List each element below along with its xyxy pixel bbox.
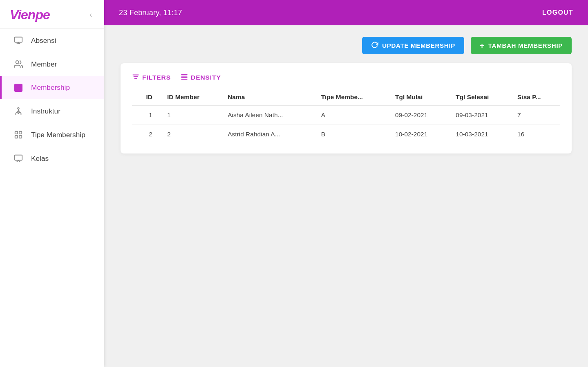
density-label: DENSITY — [191, 74, 221, 81]
col-nama: Nama — [223, 89, 316, 105]
filter-icon — [132, 73, 139, 82]
filters-label: FILTERS — [142, 74, 171, 81]
cell-sisa: 7 — [512, 105, 560, 125]
table-row[interactable]: 2 2 Astrid Rahdian A... B 10-02-2021 10-… — [132, 125, 560, 144]
cell-tipe: B — [316, 125, 390, 144]
sidebar-item-label-absensi: Absensi — [31, 36, 56, 45]
cell-id: 1 — [132, 105, 162, 125]
cell-id-member: 1 — [162, 105, 223, 125]
table-card: FILTERS DENSITY — [121, 63, 572, 153]
cell-tgl-selesai: 10-03-2021 — [451, 125, 512, 144]
svg-rect-5 — [15, 131, 18, 134]
sidebar-item-instruktur[interactable]: Instruktur — [0, 99, 104, 123]
svg-point-2 — [16, 61, 19, 64]
sidebar-item-label-instruktur: Instruktur — [31, 107, 60, 116]
svg-rect-7 — [15, 136, 18, 138]
sidebar-item-label-membership: Membership — [31, 83, 70, 92]
header: 23 February, 11:17 LOGOUT — [104, 0, 588, 25]
app-logo: Vienpe — [10, 7, 50, 22]
col-id-member: ID Member — [162, 89, 223, 105]
sidebar-item-label-tipe-membership: Tipe Membership — [31, 131, 85, 139]
tag-icon — [13, 130, 24, 139]
membership-icon — [13, 84, 24, 92]
col-sisa: Sisa P... — [512, 89, 560, 105]
tambah-membership-label: TAMBAH MEMBERSHIP — [488, 42, 563, 49]
col-tipe: Tipe Membe... — [316, 89, 390, 105]
svg-rect-6 — [19, 131, 22, 134]
cell-id: 2 — [132, 125, 162, 144]
cell-id-member: 2 — [162, 125, 223, 144]
people-icon — [13, 60, 24, 69]
cell-tgl-selesai: 09-03-2021 — [451, 105, 512, 125]
svg-rect-9 — [15, 155, 22, 160]
update-icon — [371, 41, 378, 50]
sidebar-item-member[interactable]: Member — [0, 52, 104, 76]
tambah-membership-button[interactable]: + TAMBAH MEMBERSHIP — [471, 37, 572, 54]
cell-tipe: A — [316, 105, 390, 125]
col-id: ID — [132, 89, 162, 105]
membership-table: ID ID Member Nama Tipe Membe... Tgl Mula… — [132, 89, 560, 144]
instruktur-icon — [13, 107, 24, 116]
collapse-button[interactable]: ‹ — [87, 9, 94, 21]
sidebar-nav: Absensi Member Membership — [0, 29, 104, 170]
density-icon — [181, 73, 188, 82]
sidebar-item-absensi[interactable]: Absensi — [0, 29, 104, 52]
table-row[interactable]: 1 1 Aisha Aileen Nath... A 09-02-2021 09… — [132, 105, 560, 125]
filter-row: FILTERS DENSITY — [132, 73, 560, 82]
monitor-icon — [13, 36, 24, 45]
sidebar-item-label-kelas: Kelas — [31, 154, 49, 163]
cell-tgl-mulai: 09-02-2021 — [390, 105, 451, 125]
col-tgl-mulai: Tgl Mulai — [390, 89, 451, 105]
filters-button[interactable]: FILTERS — [132, 73, 171, 82]
svg-rect-0 — [15, 37, 22, 42]
svg-rect-3 — [14, 84, 22, 92]
update-membership-label: UPDATE MEMBERSHIP — [382, 42, 455, 49]
cell-sisa: 16 — [512, 125, 560, 144]
sidebar: Vienpe ‹ Absensi Member — [0, 0, 104, 367]
content-area: UPDATE MEMBERSHIP + TAMBAH MEMBERSHIP — [104, 25, 588, 367]
header-datetime: 23 February, 11:17 — [119, 9, 182, 17]
kelas-icon — [13, 154, 24, 163]
cell-nama: Aisha Aileen Nath... — [223, 105, 316, 125]
sidebar-item-kelas[interactable]: Kelas — [0, 147, 104, 170]
col-tgl-selesai: Tgl Selesai — [451, 89, 512, 105]
action-row: UPDATE MEMBERSHIP + TAMBAH MEMBERSHIP — [121, 37, 572, 54]
cell-nama: Astrid Rahdian A... — [223, 125, 316, 144]
svg-rect-8 — [19, 136, 22, 138]
update-membership-button[interactable]: UPDATE MEMBERSHIP — [362, 37, 464, 54]
table-header-row: ID ID Member Nama Tipe Membe... Tgl Mula… — [132, 89, 560, 105]
density-button[interactable]: DENSITY — [181, 73, 221, 82]
main-area: 23 February, 11:17 LOGOUT UPDATE MEMBERS… — [104, 0, 588, 367]
sidebar-item-tipe-membership[interactable]: Tipe Membership — [0, 123, 104, 147]
logout-button[interactable]: LOGOUT — [542, 9, 573, 16]
sidebar-item-membership[interactable]: Membership — [0, 76, 104, 99]
sidebar-logo: Vienpe ‹ — [0, 0, 104, 29]
plus-icon: + — [480, 42, 485, 49]
cell-tgl-mulai: 10-02-2021 — [390, 125, 451, 144]
sidebar-item-label-member: Member — [31, 60, 57, 69]
